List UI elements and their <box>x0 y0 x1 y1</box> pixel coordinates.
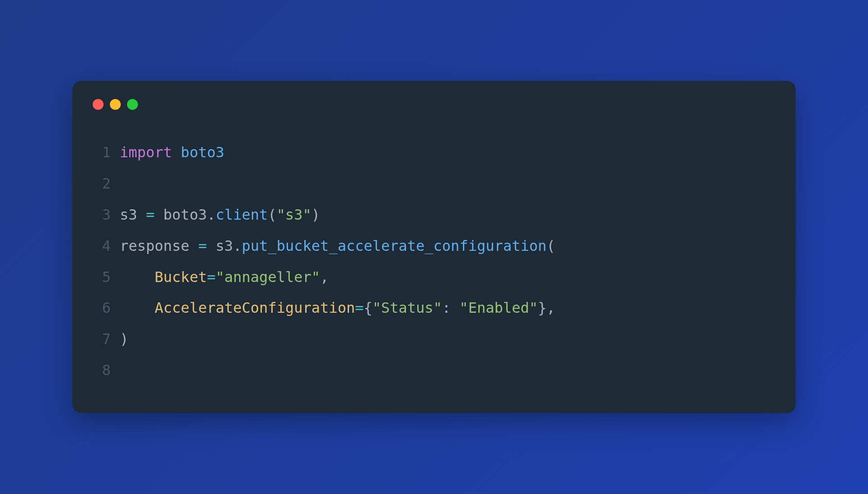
code-token: ( <box>547 237 555 254</box>
code-token: , <box>320 268 329 286</box>
code-token <box>120 299 155 316</box>
code-token: client <box>216 206 268 223</box>
code-token: = <box>355 299 363 316</box>
code-token: ) <box>311 206 320 223</box>
code-line: 3s3 = boto3.client("s3") <box>93 199 775 231</box>
code-token: , <box>547 299 555 316</box>
line-number: 6 <box>93 292 111 324</box>
code-token: s3 <box>207 237 233 254</box>
code-line: 4response = s3.put_bucket_accelerate_con… <box>93 231 775 262</box>
code-token: response <box>120 237 198 254</box>
line-text: s3 = boto3.client("s3") <box>120 199 775 231</box>
line-number: 8 <box>93 355 111 386</box>
code-token: "s3" <box>277 206 311 223</box>
line-number: 4 <box>93 231 111 262</box>
code-line: 5 Bucket="annageller", <box>93 262 775 293</box>
line-text: AccelerateConfiguration={"Status": "Enab… <box>120 292 775 324</box>
code-token <box>172 144 181 161</box>
close-icon[interactable] <box>93 99 104 110</box>
code-token: { <box>363 299 372 316</box>
code-editor-window: 1import boto323s3 = boto3.client("s3")4r… <box>72 81 796 413</box>
code-token: = <box>207 268 216 286</box>
code-line: 2 <box>93 168 775 199</box>
code-token: "annageller" <box>216 268 320 286</box>
line-text <box>120 168 775 199</box>
line-text: ) <box>120 324 775 355</box>
code-token: } <box>538 299 547 316</box>
line-text: Bucket="annageller", <box>120 262 775 293</box>
line-number: 2 <box>93 168 111 199</box>
code-token: : <box>442 299 460 316</box>
code-token: s3 <box>120 206 146 223</box>
line-number: 7 <box>93 324 111 355</box>
code-line: 7) <box>93 324 775 355</box>
code-token: Bucket <box>155 268 207 286</box>
code-line: 1import boto3 <box>93 137 775 168</box>
code-token: "Enabled" <box>459 299 538 316</box>
code-token: = <box>198 237 207 254</box>
code-token: . <box>207 206 216 223</box>
minimize-icon[interactable] <box>110 99 121 110</box>
code-token: put_bucket_accelerate_configuration <box>242 237 547 254</box>
line-text <box>120 355 775 386</box>
code-token: AccelerateConfiguration <box>155 299 355 316</box>
code-token: import <box>120 144 172 161</box>
code-token: ( <box>268 206 277 223</box>
code-line: 8 <box>93 355 775 386</box>
code-token <box>120 268 155 286</box>
line-number: 1 <box>93 137 111 168</box>
code-token: ) <box>120 330 128 348</box>
code-token: boto3 <box>155 206 207 223</box>
code-line: 6 AccelerateConfiguration={"Status": "En… <box>93 292 775 324</box>
line-text: response = s3.put_bucket_accelerate_conf… <box>120 231 775 262</box>
code-token: boto3 <box>181 144 224 161</box>
code-token: "Status" <box>373 299 442 316</box>
code-content[interactable]: 1import boto323s3 = boto3.client("s3")4r… <box>93 137 775 386</box>
line-number: 5 <box>93 262 111 293</box>
maximize-icon[interactable] <box>127 99 138 110</box>
code-token: . <box>233 237 241 254</box>
line-number: 3 <box>93 199 111 231</box>
window-controls <box>93 99 775 110</box>
code-token: = <box>146 206 155 223</box>
line-text: import boto3 <box>120 137 775 168</box>
